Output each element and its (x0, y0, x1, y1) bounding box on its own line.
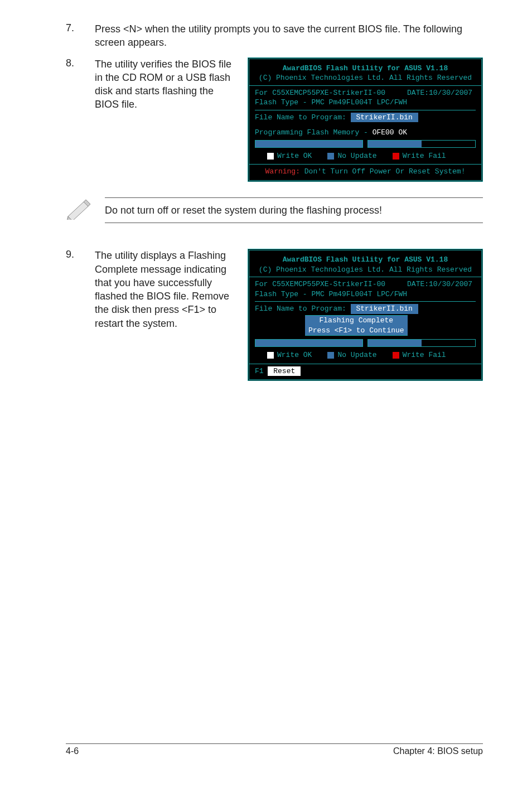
note-text: Do not turn off or reset the system duri… (105, 204, 483, 217)
terminal-flash-type: Flash Type - PMC Pm49FL004T LPC/FWH (255, 98, 476, 108)
step-9-number: 9. (66, 249, 95, 330)
legend-2: Write OK No Update Write Fail (267, 350, 476, 360)
note-callout: Do not turn off or reset the system duri… (66, 197, 483, 223)
legend: Write OK No Update Write Fail (267, 151, 476, 161)
write-ok-icon (267, 153, 274, 160)
page-footer: 4-6 Chapter 4: BIOS setup (66, 743, 483, 756)
terminal2-copyright: (C) Phoenix Technologies Ltd. All Rights… (255, 265, 476, 275)
step-9-text: The utility displays a Flashing Complete… (95, 249, 239, 330)
terminal2-f1-line: F1 Reset (255, 366, 476, 376)
no-update-icon-2 (327, 352, 334, 359)
no-update-icon (327, 153, 334, 160)
terminal-copyright: (C) Phoenix Technologies Ltd. All Rights… (255, 73, 476, 83)
terminal-title: AwardBIOS Flash Utility for ASUS V1.18 (255, 64, 476, 74)
terminal2-title: AwardBIOS Flash Utility for ASUS V1.18 (255, 255, 476, 265)
terminal2-model-line: For C55XEMCP55PXE-StrikerII-00 DATE:10/3… (255, 279, 476, 289)
progress-bars (255, 140, 476, 148)
legend-write-fail: Write Fail (393, 151, 446, 161)
bios-terminal-complete: AwardBIOS Flash Utility for ASUS V1.18 (… (248, 249, 483, 381)
legend-write-ok: Write OK (267, 151, 312, 161)
progress-bar-1 (255, 140, 363, 148)
step-8-text: The utility verifies the BIOS file in th… (95, 57, 239, 112)
footer-page-number: 4-6 (66, 746, 79, 756)
write-ok-icon-2 (267, 352, 274, 359)
footer-chapter: Chapter 4: BIOS setup (393, 746, 483, 756)
terminal-warning: Warning: Don't Turn Off Power Or Reset S… (255, 167, 476, 177)
bios-terminal-programming: AwardBIOS Flash Utility for ASUS V1.18 (… (248, 57, 483, 182)
terminal-file-line: File Name to Program: StrikerII.bin (255, 113, 476, 123)
legend2-write-fail: Write Fail (393, 350, 446, 360)
terminal2-file-line: File Name to Program: StrikerII.bin (255, 304, 476, 314)
write-fail-icon-2 (393, 352, 399, 359)
flashing-complete-box: Flashing Complete Press <F1> to Continue (305, 315, 408, 336)
progress-bar-2a (255, 339, 363, 347)
terminal-programming-line: Programming Flash Memory - OFE00 OK (255, 128, 476, 138)
legend2-write-ok: Write OK (267, 350, 312, 360)
progress-bars-2 (255, 339, 476, 347)
progress-bar-2b (367, 339, 476, 347)
step-8-number: 8. (66, 57, 95, 112)
step-7-number: 7. (66, 22, 95, 50)
write-fail-icon (393, 153, 399, 160)
terminal-model-line: For C55XEMCP55PXE-StrikerII-00 DATE:10/3… (255, 88, 476, 98)
legend2-no-update: No Update (327, 350, 376, 360)
legend-no-update: No Update (327, 151, 376, 161)
terminal2-flash-type: Flash Type - PMC Pm49FL004T LPC/FWH (255, 289, 476, 299)
step-7-text: Press <N> when the utility prompts you t… (95, 22, 483, 50)
progress-bar-2 (367, 140, 476, 148)
step-7: 7. Press <N> when the utility prompts yo… (66, 22, 483, 50)
pencil-icon (66, 197, 105, 223)
